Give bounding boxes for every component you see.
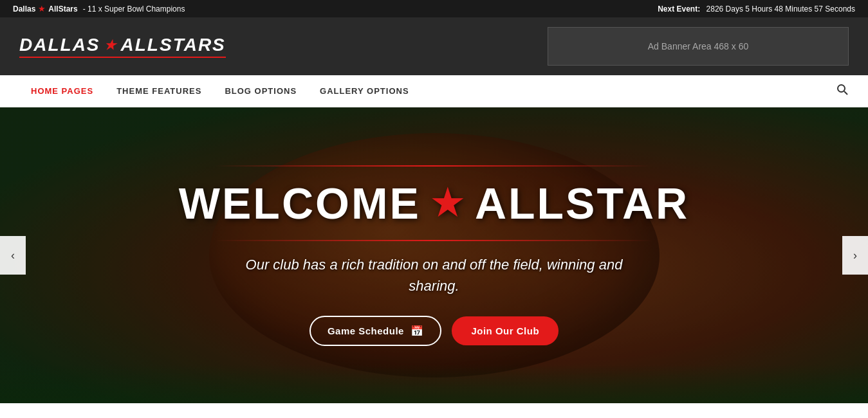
logo-dallas: DALLAS xyxy=(19,35,100,55)
hero-title: WELCOME ★ ALLSTAR xyxy=(179,178,689,228)
top-bar: Dallas ★ AllStars - 11 x Super Bowl Cham… xyxy=(0,0,868,17)
nav-item-gallery-options[interactable]: GALLERY OPTIONS xyxy=(308,75,421,107)
next-event-label: Next Event: xyxy=(658,5,700,14)
logo-allstars: ALLSTARS xyxy=(121,35,226,55)
game-schedule-button[interactable]: Game Schedule 📅 xyxy=(309,316,442,346)
top-bar-brand-allstars: AllStars xyxy=(48,5,77,14)
top-bar-tagline: - 11 x Super Bowl Champions xyxy=(83,5,185,14)
header: DALLAS ★ ALLSTARS Ad Banner Area 468 x 6… xyxy=(0,17,868,75)
logo[interactable]: DALLAS ★ ALLSTARS xyxy=(19,35,226,58)
game-schedule-label: Game Schedule xyxy=(328,325,404,336)
slider-next-button[interactable]: › xyxy=(842,236,868,275)
top-bar-left: Dallas ★ AllStars - 11 x Super Bowl Cham… xyxy=(13,4,185,14)
hero-title-part2: ALLSTAR xyxy=(475,178,689,228)
nav-items: HOME PAGES THEME FEATURES BLOG OPTIONS G… xyxy=(19,75,421,107)
logo-text: DALLAS ★ ALLSTARS xyxy=(19,35,226,58)
calendar-icon: 📅 xyxy=(411,325,424,337)
hero-section: ‹ WELCOME ★ ALLSTAR Our club has a rich … xyxy=(0,107,868,403)
top-bar-right: Next Event: 2826 Days 5 Hours 48 Minutes… xyxy=(658,5,855,14)
join-club-button[interactable]: Join Our Club xyxy=(452,316,559,345)
nav-item-theme-features[interactable]: THEME FEATURES xyxy=(105,75,213,107)
logo-star-icon: ★ xyxy=(104,37,117,53)
top-bar-star-icon: ★ xyxy=(38,4,46,14)
svg-line-1 xyxy=(844,91,847,95)
countdown-timer: 2826 Days 5 Hours 48 Minutes 57 Seconds xyxy=(706,5,855,14)
hero-content: WELCOME ★ ALLSTAR Our club has a rich tr… xyxy=(179,165,689,346)
hero-subtitle: Our club has a rich tradition on and off… xyxy=(234,254,633,296)
search-icon[interactable] xyxy=(836,83,849,99)
join-club-label: Join Our Club xyxy=(471,325,539,336)
main-nav: HOME PAGES THEME FEATURES BLOG OPTIONS G… xyxy=(0,75,868,107)
hero-title-part1: WELCOME xyxy=(179,178,421,228)
hero-buttons: Game Schedule 📅 Join Our Club xyxy=(179,316,689,346)
slider-prev-button[interactable]: ‹ xyxy=(0,236,26,275)
nav-item-blog-options[interactable]: BLOG OPTIONS xyxy=(213,75,308,107)
svg-point-0 xyxy=(838,85,845,92)
hero-line-top xyxy=(215,165,652,167)
hero-line-bottom xyxy=(215,240,652,241)
top-bar-brand-dallas: Dallas xyxy=(13,5,35,14)
ad-banner: Ad Banner Area 468 x 60 xyxy=(548,27,849,66)
ad-banner-text: Ad Banner Area 468 x 60 xyxy=(648,41,748,51)
hero-grass xyxy=(0,365,868,403)
nav-item-home-pages[interactable]: HOME PAGES xyxy=(19,75,105,107)
hero-title-star-icon: ★ xyxy=(431,183,465,224)
